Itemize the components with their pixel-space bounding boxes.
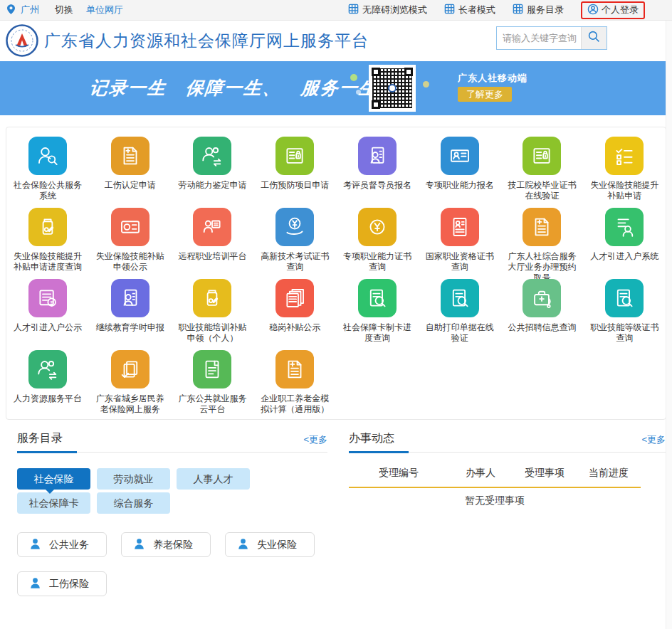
docs-stack-icon <box>275 279 314 317</box>
service-label: 职业技能等级证书查询 <box>583 322 666 344</box>
service-item[interactable]: 社会保障卡制卡进度查询 <box>336 278 419 349</box>
accessibility-mode-link[interactable]: 无障碍浏览模式 <box>348 4 427 16</box>
search-box <box>496 26 607 50</box>
jar-pills-icon <box>193 279 231 317</box>
catalog-more-link[interactable]: <更多 <box>303 433 327 446</box>
service-item[interactable]: 失业保险技能提升补贴申请 <box>583 135 666 206</box>
catalog-tab[interactable]: 综合服务 <box>97 492 170 514</box>
personal-login-button[interactable]: 个人登录 <box>581 1 645 19</box>
resume-icon <box>441 208 479 246</box>
service-item[interactable]: 人才引进入户系统 <box>583 206 666 278</box>
catalog-title: 服务目录 <box>17 432 63 444</box>
category-button[interactable]: 养老保险 <box>121 532 211 557</box>
doc-plus-icon <box>523 208 561 246</box>
service-item[interactable]: 专项职业能力报名 <box>419 135 501 206</box>
service-item[interactable]: 职业技能培训补贴申领（个人） <box>172 278 254 349</box>
services-grid: 社会保险公共服务系统工伤认定申请劳动能力鉴定申请工伤预防项目申请考评员督导员报名… <box>6 127 666 420</box>
learn-more-button[interactable]: 了解更多 <box>458 87 512 102</box>
service-item[interactable]: 技工院校毕业证书在线验证 <box>501 135 584 206</box>
qr-corner <box>372 68 380 76</box>
grid-icon <box>348 4 359 16</box>
status-table-header: 受理编号办事人受理事项当前进度 <box>349 467 641 488</box>
service-label: 人才引进入户系统 <box>587 251 662 262</box>
service-item[interactable]: 工伤认定申请 <box>89 135 172 206</box>
elder-mode-link[interactable]: 长者模式 <box>444 4 495 16</box>
scrollbar[interactable] <box>666 21 672 629</box>
service-item[interactable]: 公共招聘信息查询 <box>501 278 584 349</box>
service-item[interactable]: 企业职工养老金模拟计算（通用版） <box>253 349 336 420</box>
topbar-item-label: 长者模式 <box>458 4 495 16</box>
svg-text:$: $ <box>50 300 53 306</box>
service-item[interactable]: 国家职业资格证书查询 <box>419 206 501 278</box>
service-item[interactable]: 考评员督导员报名 <box>336 135 419 206</box>
service-item[interactable]: 社会保险公共服务系统 <box>6 135 89 206</box>
city-label[interactable]: 广州 <box>21 4 39 16</box>
catalog-tab[interactable]: 社会保险 <box>17 468 90 490</box>
grid-icon <box>513 4 523 16</box>
switch-city-link[interactable]: 切换 <box>55 4 73 16</box>
doc-plus-icon <box>111 137 149 175</box>
service-label: 远程职业培训平台 <box>174 251 250 262</box>
service-item[interactable]: 高新技术考试证书查询 <box>253 206 336 278</box>
location-pin-icon <box>7 4 15 16</box>
service-item[interactable]: 广东人社综合服务大厅业务办理预约取号 <box>501 206 584 278</box>
service-label: 广东公共就业服务云平台 <box>172 393 254 415</box>
page: 广州 切换 单位网厅 无障碍浏览模式长者模式服务目录 个人登录 广东省人力资源和… <box>0 0 672 629</box>
service-item[interactable]: 广东省城乡居民养老保险网上服务 <box>89 349 172 420</box>
service-label: 公共招聘信息查询 <box>504 322 579 333</box>
status-header: 办事动态 <更多 <box>349 431 666 453</box>
search-input[interactable] <box>497 27 581 49</box>
service-item[interactable]: 人力资源服务平台 <box>6 349 89 420</box>
magnifier-icon <box>588 31 600 46</box>
service-item[interactable]: 远程职业培训平台 <box>172 206 254 278</box>
list-person-icon <box>605 208 644 246</box>
cards-check-icon <box>111 350 149 388</box>
column-header: 受理事项 <box>525 467 565 480</box>
service-label: 失业保险技能提升补贴申请 <box>583 180 666 201</box>
status-more-link[interactable]: <更多 <box>641 433 666 446</box>
service-item[interactable]: 广东公共就业服务云平台 <box>172 349 254 420</box>
topbar-left: 广州 切换 单位网厅 <box>0 4 123 16</box>
search-button[interactable] <box>581 27 607 49</box>
person-circle-icon <box>587 4 599 17</box>
catalog-tab[interactable]: 社会保障卡 <box>17 492 90 514</box>
service-item[interactable]: 稳岗补贴公示 <box>253 278 336 349</box>
qr-code <box>369 65 416 112</box>
catalog-tab[interactable]: 劳动就业 <box>97 468 170 490</box>
service-label: 企业职工养老金模拟计算（通用版） <box>253 393 336 415</box>
topbar: 广州 切换 单位网厅 无障碍浏览模式长者模式服务目录 个人登录 <box>0 0 672 21</box>
service-label: 人力资源服务平台 <box>10 393 85 404</box>
service-item[interactable]: 继续教育学时申报 <box>89 278 172 349</box>
service-label: 失业保险技能补贴申领公示 <box>89 251 172 273</box>
service-item[interactable]: 劳动能力鉴定申请 <box>172 135 254 206</box>
catalog-tab[interactable]: 人事人才 <box>177 468 250 490</box>
topbar-item-label: 无障碍浏览模式 <box>362 4 427 16</box>
category-button[interactable]: 失业保险 <box>225 532 315 557</box>
list-badge-icon <box>523 137 561 175</box>
service-item[interactable]: 自助打印单据在线验证 <box>419 278 501 349</box>
service-item[interactable]: 失业保险技能补贴申领公示 <box>89 206 172 278</box>
catalog-header: 服务目录 <更多 <box>17 431 327 453</box>
unit-hall-link[interactable]: 单位网厅 <box>86 4 123 16</box>
category-label: 失业保险 <box>257 539 297 551</box>
doc-icon <box>193 350 231 388</box>
qr-corner <box>372 100 380 109</box>
service-label: 人才引进入户公示 <box>10 322 85 333</box>
service-item[interactable]: 专项职业能力证书查询 <box>336 206 419 278</box>
service-item[interactable]: 失业保险技能提升补贴申请进度查询 <box>6 206 89 278</box>
services-panel: 社会保险公共服务系统工伤认定申请劳动能力鉴定申请工伤预防项目申请考评员督导员报名… <box>6 127 666 420</box>
topbar-right: 无障碍浏览模式长者模式服务目录 个人登录 <box>348 1 672 19</box>
category-button[interactable]: 公共业务 <box>17 532 107 557</box>
mobile-app-label: 广东人社移动端 <box>458 72 527 85</box>
service-item[interactable]: 工伤预防项目申请 <box>253 135 336 206</box>
category-button[interactable]: 工伤保险 <box>17 571 107 596</box>
service-label: 工伤预防项目申请 <box>257 180 332 191</box>
column-header: 当前进度 <box>589 467 629 480</box>
title-underline <box>17 451 77 453</box>
service-item[interactable]: $人才引进入户公示 <box>6 278 89 349</box>
yen-circle-icon <box>358 208 397 246</box>
list-badge-icon <box>275 137 314 175</box>
service-item[interactable]: 职业技能等级证书查询 <box>583 278 666 349</box>
service-catalog-link[interactable]: 服务目录 <box>513 4 564 16</box>
banner-decoration <box>350 74 357 81</box>
